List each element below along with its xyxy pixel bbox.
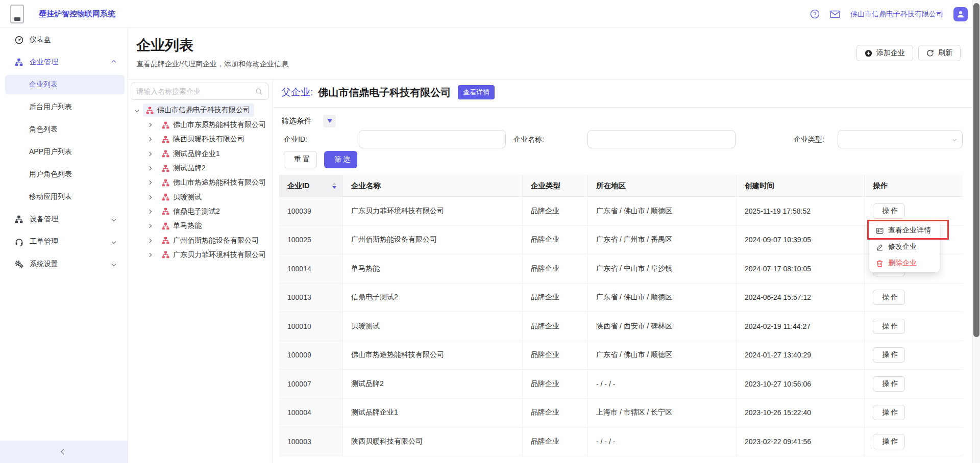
enterprise-type-select[interactable] [838, 130, 963, 148]
tree-node[interactable]: 陕西贝暖科技有限公司 [128, 132, 273, 146]
chevron-right-icon[interactable] [148, 137, 152, 141]
column-header: 操作 [865, 175, 963, 196]
cell: 2024-09-07 10:39:05 [737, 226, 865, 254]
tree-node[interactable]: 测试品牌企业1 [128, 147, 273, 161]
sidebar-collapse-button[interactable] [0, 441, 128, 463]
cell: 品牌企业 [523, 399, 588, 427]
tree-node[interactable]: 贝暖测试 [128, 190, 273, 204]
row-action-button[interactable]: 操作 [873, 376, 905, 392]
cell: 品牌企业 [523, 341, 588, 370]
gears-icon [14, 260, 23, 269]
cell: 100014 [279, 254, 343, 283]
chevron-right-icon[interactable] [148, 123, 152, 127]
cell: 100007 [279, 370, 343, 398]
column-header: 企业名称 [343, 175, 523, 196]
filter-collapse-button[interactable] [323, 115, 336, 127]
chevron-right-icon[interactable] [148, 195, 152, 199]
cell: 广东省 / 中山市 / 阜沙镇 [588, 254, 737, 283]
current-company[interactable]: 佛山市信鼎电子科技有限公司 [850, 10, 943, 19]
filter-title: 筛选条件 [281, 116, 312, 126]
plus-circle-icon [865, 49, 872, 57]
tree-search-input[interactable] [136, 87, 255, 95]
parent-enterprise-label: 父企业: [281, 86, 313, 99]
cell: 品牌企业 [523, 427, 588, 456]
chevron-right-icon[interactable] [148, 253, 152, 257]
table-header: 企业ID企业名称企业类型所在地区创建时间操作 [279, 175, 963, 197]
menu-item[interactable]: 修改企业 [869, 239, 940, 255]
sidebar-item-dashboard[interactable]: 仪表盘 [0, 29, 128, 51]
vertical-scrollbar[interactable] [972, 0, 980, 463]
row-action-button[interactable]: 操作 [873, 290, 905, 305]
tree-node[interactable]: 广州佰斯热能设备有限公司 [128, 233, 273, 247]
sidebar-item-mobile-app-list[interactable]: 移动应用列表 [0, 186, 128, 208]
reset-button[interactable]: 重置 [284, 151, 317, 168]
menu-item[interactable]: 删除企业 [869, 255, 940, 271]
enterprise-icon [162, 136, 169, 143]
chevron-right-icon[interactable] [148, 151, 152, 156]
cell: 2024-01-27 13:40:29 [737, 341, 865, 370]
tree-root-selected[interactable]: 佛山市信鼎电子科技有限公司 [143, 104, 254, 117]
scrollbar-thumb[interactable] [973, 3, 979, 337]
sidebar-item-system-settings[interactable]: 系统设置 [0, 253, 128, 275]
enterprise-icon [162, 222, 169, 230]
sidebar-item-work-order-management[interactable]: 工单管理 [0, 230, 128, 253]
table-row: 100025广州佰斯热能设备有限公司品牌企业广东省 / 广州市 / 番禺区202… [279, 226, 963, 255]
row-action-button[interactable]: 操作 [873, 203, 905, 219]
tree-node[interactable]: 广东贝力菲环境科技有限公司 [128, 248, 273, 262]
tree-node[interactable]: 信鼎电子测试2 [128, 204, 273, 219]
chevron-right-icon[interactable] [148, 224, 152, 228]
tree-node[interactable]: 测试品牌2 [128, 161, 273, 175]
enterprise-icon [162, 237, 169, 244]
cell: - / - / - [588, 427, 737, 456]
add-enterprise-button[interactable]: 添加企业 [856, 45, 913, 61]
mail-icon[interactable] [830, 9, 840, 19]
row-action-button[interactable]: 操作 [873, 347, 905, 363]
chevron-right-icon[interactable] [148, 238, 152, 242]
cell: 品牌企业 [523, 312, 588, 341]
tree-node[interactable]: 佛山市东原热能科技有限公司 [128, 118, 273, 132]
sort-carets-icon[interactable] [332, 183, 336, 189]
enterprise-name-input[interactable] [587, 130, 736, 148]
sidebar-item-user-role-list[interactable]: 用户角色列表 [0, 163, 128, 186]
cell-actions: 操作 [865, 399, 963, 427]
avatar[interactable] [953, 7, 968, 21]
chevron-right-icon[interactable] [148, 210, 152, 214]
cell: 陕西贝暖科技有限公司 [343, 427, 523, 456]
topbar-right: 佛山市信鼎电子科技有限公司 [810, 0, 968, 28]
headset-icon [14, 237, 23, 246]
view-detail-button[interactable]: 查看详情 [458, 85, 495, 99]
enterprise-id-input[interactable] [359, 130, 506, 148]
search-icon[interactable] [255, 88, 263, 95]
cell: 2023-02-22 09:41:56 [737, 427, 865, 456]
chevron-right-icon[interactable] [148, 181, 152, 185]
sidebar-item-enterprise-management[interactable]: 企业管理 [0, 51, 128, 73]
row-action-button[interactable]: 操作 [873, 319, 905, 334]
sidebar-item-role-list[interactable]: 角色列表 [0, 118, 128, 141]
tree-node[interactable]: 单马热能 [128, 219, 273, 233]
tree-node[interactable]: 佛山市热途热能科技有限公司 [128, 175, 273, 190]
cell: 品牌企业 [523, 284, 588, 312]
row-action-button[interactable]: 操作 [873, 405, 905, 420]
table-row: 100010贝暖测试品牌企业陕西省 / 西安市 / 碑林区2024-02-19 … [279, 312, 963, 341]
chevron-down-icon[interactable] [135, 108, 139, 112]
sidebar-item-app-user-list[interactable]: APP用户列表 [0, 141, 128, 163]
enterprise-icon [162, 251, 169, 259]
tree-root-node[interactable]: 佛山市信鼎电子科技有限公司 [128, 102, 273, 118]
cell: 2024-02-19 11:44:27 [737, 312, 865, 341]
cell: 广东省 / 广州市 / 番禺区 [588, 226, 737, 254]
help-icon[interactable] [810, 9, 820, 19]
sidebar-item-enterprise-list[interactable]: 企业列表 [0, 73, 128, 96]
row-action-button[interactable]: 操作 [873, 434, 905, 449]
apply-filter-button[interactable]: 筛选 [324, 151, 357, 168]
sidebar-item-backend-user-list[interactable]: 后台用户列表 [0, 96, 128, 118]
sidebar-item-device-management[interactable]: 设备管理 [0, 208, 128, 230]
menu-item[interactable]: 查看企业详情 [869, 222, 940, 239]
cell: 2024-07-17 08:10:05 [737, 254, 865, 283]
parent-enterprise-name: 佛山市信鼎电子科技有限公司 [318, 86, 451, 99]
column-header[interactable]: 企业ID [279, 175, 343, 196]
cell: 广州佰斯热能设备有限公司 [343, 226, 523, 254]
chevron-right-icon[interactable] [148, 166, 152, 170]
cell: 广东贝力菲环境科技有限公司 [343, 197, 523, 225]
org-icon [14, 58, 23, 67]
refresh-button[interactable]: 刷新 [918, 45, 961, 61]
